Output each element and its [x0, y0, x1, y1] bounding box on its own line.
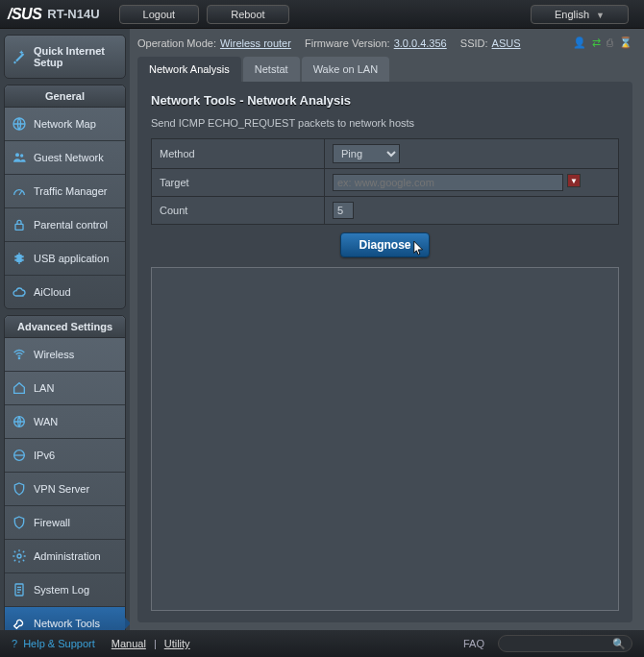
- sidebar: Quick Internet Setup General Network Map…: [0, 29, 130, 630]
- status-line: Operation Mode: Wireless router Firmware…: [137, 36, 632, 49]
- fw-link[interactable]: 3.0.0.4.356: [394, 37, 447, 49]
- sidebar-item-aicloud[interactable]: AiCloud: [5, 276, 125, 308]
- faq-label: FAQ: [463, 638, 484, 649]
- sidebar-item-label: Wireless: [34, 349, 74, 360]
- puzzle-icon: [11, 250, 28, 267]
- sidebar-item-label: LAN: [34, 382, 54, 394]
- cloud-icon: [11, 283, 28, 301]
- search-icon: 🔍: [612, 638, 626, 650]
- sidebar-item-network-tools[interactable]: Network Tools: [5, 607, 125, 630]
- sidebar-item-label: System Log: [34, 584, 89, 596]
- panel-title: Network Tools - Network Analysis: [151, 93, 619, 108]
- target-dropdown-icon[interactable]: ▼: [567, 174, 581, 187]
- svg-point-4: [18, 357, 19, 358]
- sidebar-item-label: VPN Server: [34, 483, 89, 495]
- sidebar-item-quick-setup[interactable]: Quick Internet Setup: [5, 36, 125, 78]
- users-icon: [11, 149, 28, 166]
- gear-icon: [11, 548, 28, 565]
- svg-point-7: [17, 554, 21, 558]
- manual-link[interactable]: Manual: [111, 638, 146, 649]
- sidebar-item-label: AiCloud: [34, 286, 71, 298]
- sidebar-item-traffic-manager[interactable]: Traffic Manager: [5, 175, 125, 208]
- usb-status-icon: ⎙: [607, 36, 613, 49]
- shield-icon: [11, 480, 28, 498]
- sidebar-item-lan[interactable]: LAN: [5, 372, 125, 405]
- help-label: Help & Support: [23, 638, 95, 649]
- sidebar-item-administration[interactable]: Administration: [5, 540, 125, 573]
- sidebar-item-label: Network Tools: [34, 618, 100, 629]
- document-icon: [11, 581, 28, 598]
- svg-point-1: [15, 153, 19, 157]
- lock-icon: [11, 216, 28, 233]
- panel-description: Send ICMP ECHO_REQUEST packets to networ…: [151, 117, 619, 129]
- gauge-icon: [11, 182, 28, 200]
- sidebar-item-label: Firewall: [34, 517, 70, 528]
- mouse-cursor-icon: [412, 240, 426, 257]
- logout-button[interactable]: Logout: [119, 5, 200, 24]
- chevron-down-icon: ▼: [596, 11, 605, 20]
- sidebar-item-label: Administration: [34, 550, 101, 562]
- sidebar-item-parental-control[interactable]: Parental control: [5, 208, 125, 242]
- method-label: Method: [152, 139, 325, 169]
- sidebar-item-label: USB application: [34, 253, 109, 264]
- sidebar-item-usb-application[interactable]: USB application: [5, 242, 125, 276]
- count-input[interactable]: [333, 202, 354, 219]
- output-textarea[interactable]: [151, 267, 619, 611]
- shield-icon: [11, 514, 28, 531]
- reboot-button[interactable]: Reboot: [207, 5, 288, 24]
- sidebar-item-label: Parental control: [34, 219, 108, 231]
- op-mode-label: Operation Mode:: [137, 37, 216, 49]
- brand-logo: /SUS: [8, 6, 41, 23]
- model-name: RT-N14U: [47, 7, 99, 21]
- sidebar-item-network-map[interactable]: Network Map: [5, 108, 125, 141]
- panel-network-analysis: Network Tools - Network Analysis Send IC…: [137, 82, 632, 622]
- disk-status-icon: ⌛: [619, 36, 632, 49]
- language-label: English: [555, 9, 589, 20]
- form-table: Method Ping Target ▼ Count: [151, 138, 619, 225]
- tab-bar: Network Analysis Netstat Wake on LAN: [137, 57, 632, 82]
- sidebar-item-system-log[interactable]: System Log: [5, 573, 125, 607]
- ssid-label: SSID:: [460, 37, 488, 49]
- sidebar-item-wireless[interactable]: Wireless: [5, 338, 125, 372]
- sidebar-item-label: Network Map: [34, 118, 96, 130]
- globe-icon: [11, 413, 28, 430]
- wrench-icon: [11, 615, 28, 630]
- svg-point-2: [20, 154, 23, 157]
- fw-label: Firmware Version:: [305, 37, 390, 49]
- sidebar-item-guest-network[interactable]: Guest Network: [5, 141, 125, 175]
- home-icon: [11, 379, 28, 397]
- user-status-icon: 👤: [573, 36, 586, 49]
- method-select[interactable]: Ping: [333, 144, 400, 163]
- globe-icon: [11, 115, 28, 133]
- help-icon: ?: [12, 638, 17, 649]
- sidebar-item-label: Traffic Manager: [34, 185, 107, 197]
- sidebar-item-label: IPv6: [34, 450, 55, 461]
- magic-wand-icon: [11, 48, 28, 65]
- svg-rect-3: [15, 224, 23, 230]
- sidebar-item-label: WAN: [34, 416, 58, 427]
- sidebar-header-general: General: [5, 85, 125, 108]
- wifi-icon: [11, 346, 28, 363]
- op-mode-link[interactable]: Wireless router: [220, 37, 291, 49]
- tab-netstat[interactable]: Netstat: [243, 57, 300, 82]
- utility-link[interactable]: Utility: [164, 638, 190, 649]
- status-icons: 👤 ⇄ ⎙ ⌛: [573, 36, 632, 49]
- sidebar-header-advanced: Advanced Settings: [5, 316, 125, 338]
- count-label: Count: [152, 197, 325, 225]
- tab-wake-on-lan[interactable]: Wake on LAN: [302, 57, 389, 82]
- globe-icon: [11, 447, 28, 464]
- sidebar-item-ipv6[interactable]: IPv6: [5, 439, 125, 473]
- main-content: Operation Mode: Wireless router Firmware…: [130, 29, 644, 630]
- top-bar: /SUS RT-N14U Logout Reboot English ▼: [0, 0, 644, 29]
- footer: ? Help & Support Manual | Utility FAQ 🔍: [0, 630, 644, 657]
- target-input[interactable]: [333, 174, 563, 191]
- sidebar-item-label: Guest Network: [34, 152, 104, 163]
- sidebar-item-firewall[interactable]: Firewall: [5, 506, 125, 540]
- ssid-link[interactable]: ASUS: [492, 37, 521, 49]
- sidebar-item-vpn-server[interactable]: VPN Server: [5, 473, 125, 506]
- tab-network-analysis[interactable]: Network Analysis: [137, 57, 241, 82]
- search-input[interactable]: 🔍: [498, 635, 632, 652]
- language-dropdown[interactable]: English ▼: [531, 5, 629, 24]
- target-label: Target: [152, 169, 325, 197]
- sidebar-item-wan[interactable]: WAN: [5, 405, 125, 439]
